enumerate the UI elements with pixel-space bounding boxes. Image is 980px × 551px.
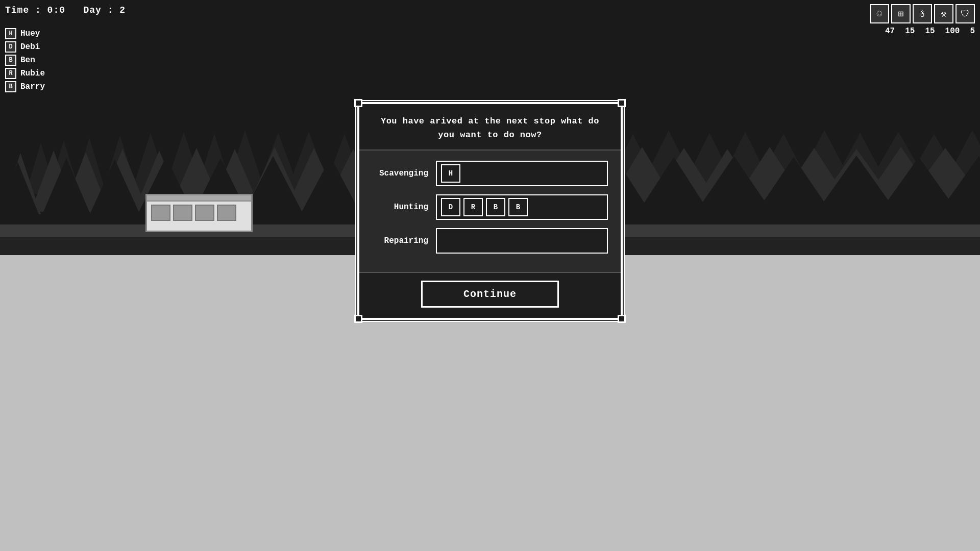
hunting-row: Hunting D R B B — [372, 194, 608, 220]
rubie-name: Rubie — [20, 69, 45, 78]
corner-tl — [354, 99, 362, 107]
barry-name: Barry — [20, 82, 45, 91]
stat-2: 15 — [905, 27, 915, 36]
day-label: Day : 2 — [83, 5, 126, 15]
party-member-ben: B Ben — [5, 55, 45, 66]
repairing-slots[interactable] — [436, 228, 608, 254]
party-member-rubie: R Rubie — [5, 68, 45, 79]
scavenging-member-h[interactable]: H — [441, 164, 460, 183]
scavenging-label: Scavenging — [372, 169, 428, 178]
corner-tr — [618, 99, 626, 107]
party-list: H Huey D Debi B Ben R Rubie B Barry — [5, 28, 45, 92]
party-member-barry: B Barry — [5, 81, 45, 92]
hud-stats-row: 47 15 15 100 5 — [885, 27, 975, 36]
face-icon[interactable]: ☺ — [870, 4, 889, 23]
corner-bl — [354, 315, 362, 323]
hunting-member-b1[interactable]: B — [486, 198, 505, 216]
vehicle — [145, 194, 253, 232]
hud-topright: ☺ ⊞ 🕯 ⚒ 🛡 47 15 15 100 5 — [870, 4, 975, 36]
scavenging-row: Scavenging H — [372, 161, 608, 186]
debi-name: Debi — [20, 42, 40, 52]
hud-time-display: Time : 0:0 Day : 2 — [5, 5, 126, 15]
dialog-body: Scavenging H Hunting D R B B Repairing — [359, 151, 621, 272]
party-member-debi: D Debi — [5, 41, 45, 53]
ben-icon: B — [5, 55, 16, 66]
time-label: Time : 0:0 — [5, 5, 65, 15]
dialog-footer: Continue — [359, 272, 621, 318]
ben-name: Ben — [20, 56, 35, 65]
continue-button[interactable]: Continue — [421, 281, 559, 308]
scavenging-slots[interactable]: H — [436, 161, 608, 186]
stat-3: 15 — [925, 27, 935, 36]
dialog-overlay: You have arived at the next stop what do… — [357, 102, 623, 320]
repairing-label: Repairing — [372, 236, 428, 245]
stat-1: 47 — [885, 27, 895, 36]
hunting-slots[interactable]: D R B B — [436, 194, 608, 220]
flame-icon[interactable]: 🕯 — [913, 4, 932, 23]
huey-name: Huey — [20, 29, 40, 38]
debi-icon: D — [5, 41, 16, 53]
huey-icon: H — [5, 28, 16, 39]
rubie-icon: R — [5, 68, 16, 79]
hunting-member-b2[interactable]: B — [508, 198, 528, 216]
barry-icon: B — [5, 81, 16, 92]
stat-4: 100 — [945, 27, 960, 36]
corner-br — [618, 315, 626, 323]
hunting-member-r[interactable]: R — [463, 198, 483, 216]
map-icon[interactable]: ⊞ — [891, 4, 911, 23]
repairing-row: Repairing — [372, 228, 608, 254]
dialog-box: You have arived at the next stop what do… — [357, 102, 623, 320]
hunting-member-d[interactable]: D — [441, 198, 460, 216]
shield-icon[interactable]: 🛡 — [955, 4, 975, 23]
dialog-header: You have arived at the next stop what do… — [359, 104, 621, 151]
hud-icon-row: ☺ ⊞ 🕯 ⚒ 🛡 — [870, 4, 975, 23]
party-member-huey: H Huey — [5, 28, 45, 39]
dialog-title: You have arived at the next stop what do… — [381, 116, 599, 140]
hunting-label: Hunting — [372, 203, 428, 212]
tool-icon[interactable]: ⚒ — [934, 4, 953, 23]
stat-5: 5 — [970, 27, 975, 36]
